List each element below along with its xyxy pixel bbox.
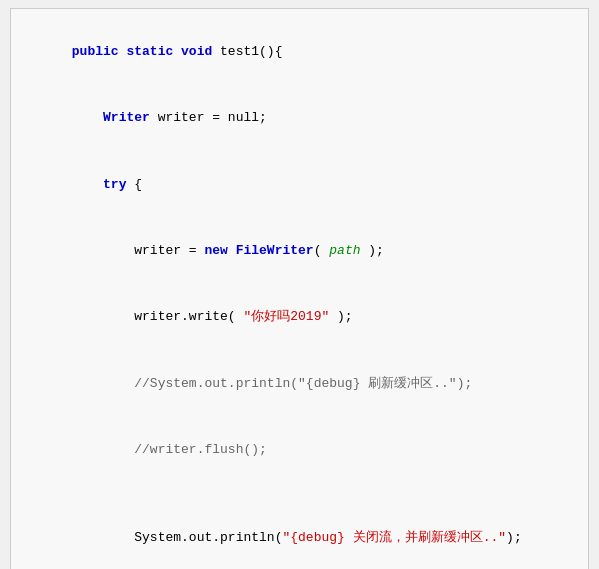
code-block: public static void test1(){ Writer write… (10, 8, 589, 569)
code-line-1: public static void test1(){ (25, 19, 574, 85)
comment-2: //writer.flush(); (72, 442, 267, 457)
code-line-3: try { (25, 152, 574, 218)
code-line-8 (25, 483, 574, 505)
code-text: { (126, 177, 142, 192)
code-line-9: System.out.println("{debug} 关闭流，并刷新缓冲区..… (25, 505, 574, 569)
keyword-public: public (72, 44, 127, 59)
code-text: ); (506, 530, 522, 545)
string-debug-close: "{debug} 关闭流，并刷新缓冲区.." (282, 530, 506, 545)
comment-1: //System.out.println("{debug} 刷新缓冲区.."); (72, 376, 472, 391)
keyword-static: static (126, 44, 181, 59)
code-line-7: //writer.flush(); (25, 417, 574, 483)
code-line-4: writer = new FileWriter( path ); (25, 218, 574, 284)
keyword-new: new (204, 243, 235, 258)
code-line-5: writer.write( "你好吗2019" ); (25, 284, 574, 350)
keyword-void: void (181, 44, 220, 59)
param-path: path (329, 243, 360, 258)
method-name: test1(){ (220, 44, 282, 59)
indent: writer.write( (72, 309, 244, 324)
code-line-2: Writer writer = null; (25, 85, 574, 151)
code-text: ); (329, 309, 352, 324)
string-value: "你好吗2019" (243, 309, 329, 324)
type-filewriter: FileWriter (236, 243, 314, 258)
keyword-try: try (103, 177, 126, 192)
indent (72, 110, 103, 125)
indent: writer = (72, 243, 205, 258)
code-text: ( (314, 243, 330, 258)
code-text: writer = null; (150, 110, 267, 125)
type-writer: Writer (103, 110, 150, 125)
code-line-6: //System.out.println("{debug} 刷新缓冲区.."); (25, 350, 574, 416)
indent: System.out.println( (72, 530, 283, 545)
code-text: ); (361, 243, 384, 258)
indent (72, 177, 103, 192)
main-container: public static void test1(){ Writer write… (0, 0, 599, 569)
